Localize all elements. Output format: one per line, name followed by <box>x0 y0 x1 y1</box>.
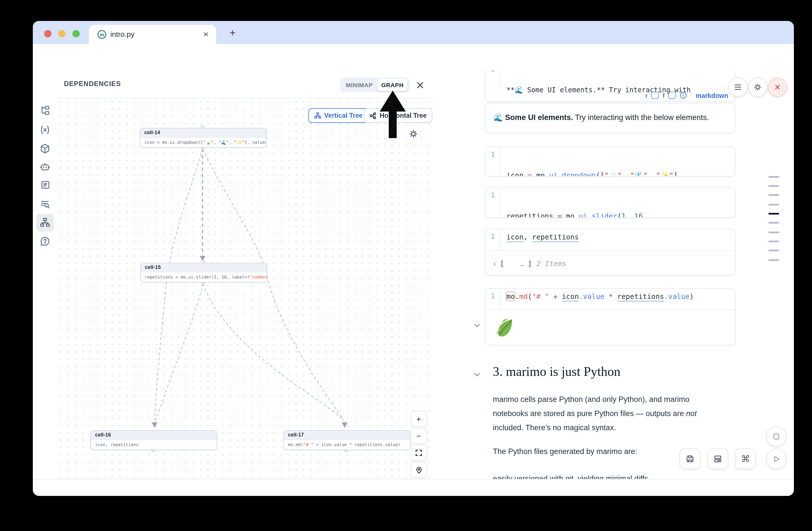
vertical-tree-button[interactable]: Vertical Tree <box>308 108 368 123</box>
line-number: 1 <box>485 70 501 88</box>
fit-view-button[interactable] <box>411 445 427 461</box>
file-explorer-icon[interactable] <box>40 105 50 116</box>
paragraph-line: marimo cells parse Python (and only Pyth… <box>493 395 690 404</box>
graph-node-cell-16[interactable]: cell-16 icon, repetitions <box>90 430 217 450</box>
markdown-editor-cell[interactable]: 1 **🌊 Some UI elements.** Try interactin… <box>485 70 736 102</box>
code-cell-expression[interactable]: 1 icon, repetitions › [ … ] 2 Items <box>485 229 736 276</box>
run-button[interactable] <box>766 449 786 469</box>
new-tab-button[interactable]: + <box>226 27 239 39</box>
panel-title: DEPENDENCIES <box>64 70 121 98</box>
code-cell-slider[interactable]: 1 repetitions = mo.ui.slider(1, 16, labe… <box>485 187 736 218</box>
traffic-minimize-button[interactable] <box>58 30 66 37</box>
section-collapse-chevron-icon[interactable] <box>473 371 481 379</box>
footer-divider <box>691 91 692 99</box>
notebook-settings-button[interactable] <box>748 77 767 97</box>
zoom-in-button[interactable]: + <box>411 411 427 427</box>
minimap-marker[interactable] <box>768 185 779 187</box>
language-label[interactable]: markdown <box>696 92 728 99</box>
node-code: mo.md("# " + icon.value * repetitions.va… <box>284 440 410 449</box>
interrupt-button[interactable]: ✕ <box>768 77 787 97</box>
screenshot-stage: m intro.py ✕ + localhost:2718 <box>0 0 812 531</box>
paragraph-text: notebooks are stored as pure Python file… <box>493 409 686 418</box>
code-line: repetitions = mo.ui.slider(1, 16, <box>506 211 651 218</box>
browser-window: m intro.py ✕ + localhost:2718 <box>33 21 794 496</box>
paragraph-italic: not <box>686 409 697 418</box>
stop-button[interactable] <box>766 426 786 447</box>
variables-icon[interactable] <box>40 125 50 135</box>
node-code: icon, repetitions <box>91 440 217 449</box>
save-button[interactable] <box>680 448 700 469</box>
minimap-marker[interactable] <box>768 222 779 224</box>
keyboard-shortcuts-button[interactable]: ⌘ <box>735 448 756 469</box>
minimap-marker[interactable] <box>768 241 779 242</box>
logs-search-icon[interactable] <box>40 199 50 210</box>
minimap-marker[interactable] <box>768 259 779 261</box>
graph-node-cell-15[interactable]: cell-15 repetitions = mo.ui.slider(1, 16… <box>140 263 267 283</box>
graph-node-cell-17[interactable]: cell-17 mo.md("# " + icon.value * repeti… <box>284 430 410 450</box>
tab-strip: m intro.py ✕ + <box>33 21 794 44</box>
fullscreen-icon <box>415 449 422 456</box>
svg-text:m: m <box>100 32 104 38</box>
snippets-icon[interactable] <box>40 180 50 191</box>
checkbox-f[interactable] <box>669 92 676 99</box>
minimap-marker[interactable] <box>768 176 779 178</box>
md-output-bold: Some UI elements. <box>505 113 573 122</box>
app-content: DEPENDENCIES MINIMAP GRAPH <box>33 70 794 479</box>
locate-button[interactable] <box>411 462 427 478</box>
minimap-marker[interactable] <box>768 250 779 252</box>
graph-edges <box>57 98 433 479</box>
play-icon <box>772 455 780 463</box>
command-key-icon: ⌘ <box>741 454 750 464</box>
ai-assistant-icon[interactable] <box>40 162 50 173</box>
dependencies-icon[interactable] <box>40 217 50 228</box>
gear-icon <box>753 83 762 92</box>
line-number: 1 <box>485 289 501 310</box>
code-cell-momd[interactable]: 1 mo.md("# " + icon.value * repetitions.… <box>485 288 736 345</box>
leaf-emoji-output <box>493 317 516 340</box>
minimap-marker-active[interactable] <box>768 213 779 215</box>
cell-info-icon[interactable] <box>680 92 687 99</box>
code-line: mo.md("# " + icon.value * repetitions.va… <box>506 291 694 302</box>
help-icon[interactable] <box>40 236 50 247</box>
line-number: 1 <box>485 147 501 176</box>
stop-icon <box>772 432 780 441</box>
node-title: cell-14 <box>140 129 266 138</box>
disclosure-caret[interactable]: › <box>492 259 496 268</box>
code-cell-dropdown[interactable]: 1 icon = mo.ui.dropdown(["🍃", "🌊", "✨"],… <box>485 147 736 177</box>
shortcut-r-label: r <box>646 92 648 99</box>
node-title: cell-17 <box>284 431 410 440</box>
left-sidebar <box>33 70 58 479</box>
zoom-out-button[interactable]: − <box>411 428 427 444</box>
paragraph-line: The Python files generated by marimo are… <box>493 447 637 456</box>
node-title: cell-15 <box>141 263 266 272</box>
minimap-marker[interactable] <box>768 204 779 205</box>
cell-collapse-chevron-icon[interactable] <box>473 321 481 329</box>
minimap-marker[interactable] <box>768 194 779 196</box>
graph-node-cell-14[interactable]: cell-14 icon = mo.ui.dropdown(["🍃", "🌊",… <box>140 128 266 148</box>
paragraph-line: notebooks are stored as pure Python file… <box>493 409 697 418</box>
packages-icon[interactable] <box>40 143 50 154</box>
traffic-close-button[interactable] <box>44 30 52 37</box>
items-count: 2 Items <box>536 259 566 268</box>
cell-menu-button[interactable] <box>728 77 748 97</box>
minimap-marker[interactable] <box>768 231 779 233</box>
annotation-arrow <box>363 87 431 144</box>
close-icon: ✕ <box>774 83 781 92</box>
tab-close-icon[interactable]: ✕ <box>201 30 211 39</box>
zoom-controls: + − <box>411 411 427 479</box>
layout-icon <box>713 454 723 464</box>
paragraph-line: included. There's no magical syntax. <box>493 424 616 432</box>
node-title: cell-16 <box>91 431 217 440</box>
line-number: 1 <box>485 229 501 250</box>
vertical-tree-label: Vertical Tree <box>324 112 363 119</box>
graph-canvas[interactable]: cell-14 icon = mo.ui.dropdown(["🍃", "🌊",… <box>57 98 433 479</box>
code-line: icon = mo.ui.dropdown(["🍃", "🌊", "✨"], <box>506 170 682 177</box>
markdown-output: 🌊 Some UI elements. Try interacting with… <box>485 103 736 133</box>
layout-button[interactable] <box>707 448 728 469</box>
browser-tab[interactable]: m intro.py ✕ <box>89 25 216 44</box>
location-pin-icon <box>415 466 422 474</box>
checkbox-r[interactable] <box>652 92 659 99</box>
browser-toolbar: localhost:2718 Guest <box>33 44 794 70</box>
section-heading: 3. marimo is just Python <box>493 364 621 379</box>
traffic-zoom-button[interactable] <box>72 30 80 37</box>
